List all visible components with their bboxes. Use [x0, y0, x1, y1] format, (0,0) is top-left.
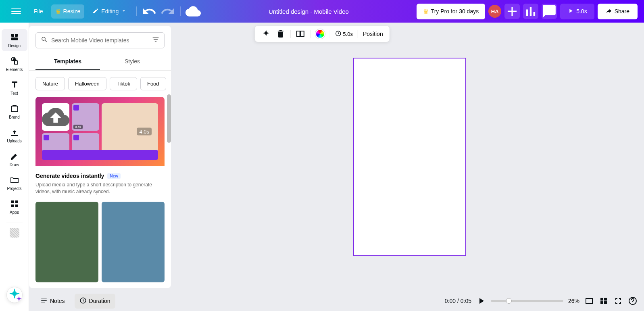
redo-button[interactable]: [160, 4, 175, 19]
magic-button[interactable]: [6, 287, 23, 303]
chip-food[interactable]: Food: [140, 77, 166, 90]
share-icon: [606, 8, 612, 15]
audio-waveform: [42, 150, 158, 160]
crown-icon: ♛: [55, 8, 61, 15]
sidebar-item-draw[interactable]: Draw: [2, 148, 27, 170]
divider: [180, 6, 181, 16]
zoom-thumb[interactable]: [506, 298, 512, 304]
help-button[interactable]: [628, 296, 638, 306]
clip-time: 4.0s: [137, 128, 152, 136]
generate-videos-card[interactable]: 7.0s 8.4s 15.0s 4.0s: [35, 97, 165, 195]
analytics-button[interactable]: [523, 4, 538, 19]
svg-rect-18: [604, 301, 607, 304]
sidebar-item-apps[interactable]: Apps: [2, 196, 27, 218]
duration-button[interactable]: Duration: [75, 294, 115, 309]
sidebar-item-elements[interactable]: Elements: [2, 53, 27, 75]
template-card-paris[interactable]: [102, 202, 165, 282]
svg-rect-5: [11, 106, 18, 112]
play-time: 5.0s: [576, 8, 587, 15]
divider: [6, 223, 23, 223]
svg-rect-14: [586, 298, 592, 303]
resize-label: Resize: [63, 8, 81, 15]
undo-button[interactable]: [142, 4, 157, 19]
category-chips: Nature Halloween Tiktok Food: [29, 71, 171, 97]
tab-styles[interactable]: Styles: [100, 53, 165, 70]
sidebar-item-label: Design: [8, 44, 21, 48]
templates-panel: Templates Styles Nature Halloween Tiktok…: [29, 26, 171, 288]
view-pages-button[interactable]: [584, 296, 594, 306]
document-title[interactable]: Untitled design - Mobile Video: [204, 8, 413, 15]
check-icon: [44, 135, 49, 140]
svg-rect-6: [11, 200, 14, 203]
user-avatar[interactable]: HA: [488, 5, 501, 18]
sidebar-item-label: Uploads: [7, 139, 22, 143]
generate-description: Upload media and type a short descriptio…: [35, 182, 165, 195]
zoom-slider[interactable]: [491, 300, 563, 302]
resize-button[interactable]: ♛ Resize: [51, 4, 85, 19]
sidebar-item-label: Brand: [9, 115, 20, 119]
apps-icon: [10, 199, 19, 209]
side-nav: Design Elements Text Brand Uploads Draw …: [0, 23, 29, 311]
clock-icon: [79, 297, 87, 305]
divider: [136, 6, 137, 16]
text-icon: [10, 80, 19, 90]
file-menu[interactable]: File: [29, 5, 48, 18]
sidebar-item-text[interactable]: Text: [2, 77, 27, 99]
filter-icon[interactable]: [152, 36, 159, 45]
search-icon: [41, 36, 48, 45]
search-input[interactable]: [51, 37, 149, 44]
sidebar-item-brand[interactable]: Brand: [2, 100, 27, 123]
add-member-button[interactable]: [504, 4, 520, 19]
sidebar-item-design[interactable]: Design: [2, 29, 27, 51]
generate-title: Generate videos instantly: [35, 173, 104, 179]
share-label: Share: [615, 8, 629, 15]
sidebar-item-label: Projects: [7, 186, 21, 191]
template-card-golf[interactable]: [35, 202, 98, 282]
scrollbar[interactable]: [167, 94, 171, 143]
generate-preview: 7.0s 8.4s 15.0s 4.0s: [35, 97, 165, 166]
sidebar-item-uploads[interactable]: Uploads: [2, 124, 27, 146]
comment-button[interactable]: [542, 4, 557, 19]
check-icon: [73, 105, 79, 111]
hamburger-menu[interactable]: [6, 3, 26, 19]
editing-mode-dropdown[interactable]: Editing: [88, 4, 131, 19]
svg-rect-8: [11, 205, 14, 207]
grid-view-button[interactable]: [599, 296, 609, 306]
draw-icon: [10, 151, 19, 161]
sidebar-item-projects[interactable]: Projects: [2, 172, 27, 194]
play-preview-button[interactable]: 5.0s: [560, 4, 594, 19]
time-display: 0:00 / 0:05: [445, 298, 471, 304]
hamburger-icon: [11, 6, 21, 16]
duration-label: Duration: [89, 298, 110, 304]
sidebar-addon[interactable]: [10, 228, 19, 238]
panel-tabs: Templates Styles: [29, 53, 171, 71]
tab-templates[interactable]: Templates: [35, 53, 100, 70]
sidebar-item-label: Elements: [6, 67, 23, 72]
svg-rect-9: [15, 205, 18, 207]
chevron-down-icon: [121, 8, 127, 15]
crown-icon: ♛: [423, 8, 429, 15]
check-icon: [73, 135, 79, 140]
share-button[interactable]: Share: [598, 4, 638, 19]
svg-rect-17: [600, 301, 603, 304]
sidebar-item-label: Text: [10, 91, 18, 96]
notes-label: Notes: [50, 298, 65, 304]
search-box[interactable]: [35, 32, 165, 48]
zoom-percentage[interactable]: 26%: [568, 298, 579, 304]
canvas-area: [175, 23, 644, 291]
svg-rect-16: [604, 298, 607, 301]
design-canvas[interactable]: [353, 58, 466, 256]
chip-nature[interactable]: Nature: [35, 77, 65, 90]
design-icon: [10, 32, 19, 42]
notes-icon: [40, 297, 48, 305]
cloud-sync-button[interactable]: [185, 4, 201, 19]
try-pro-button[interactable]: ♛ Try Pro for 30 days: [417, 4, 486, 19]
fullscreen-button[interactable]: [613, 296, 623, 306]
svg-rect-7: [15, 200, 18, 203]
svg-rect-2: [11, 38, 18, 40]
svg-rect-15: [600, 298, 603, 301]
play-button[interactable]: [476, 296, 486, 306]
chip-halloween[interactable]: Halloween: [68, 77, 106, 90]
chip-tiktok[interactable]: Tiktok: [110, 77, 137, 90]
notes-button[interactable]: Notes: [35, 294, 70, 309]
